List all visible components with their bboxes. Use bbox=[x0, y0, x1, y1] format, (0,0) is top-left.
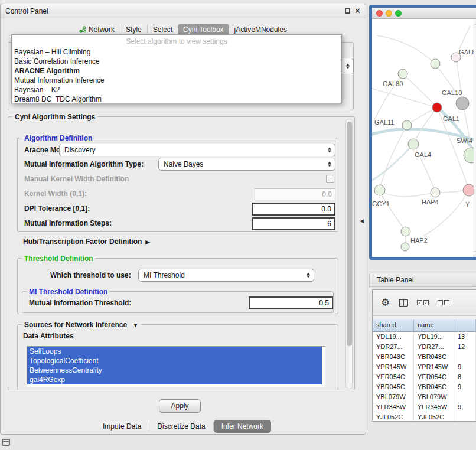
tab-cyni-toolbox[interactable]: Cyni Toolbox bbox=[178, 24, 229, 35]
network-node[interactable] bbox=[432, 103, 442, 112]
network-edge[interactable] bbox=[377, 35, 435, 64]
table-row[interactable]: YJL052CYJL052C bbox=[373, 412, 476, 422]
data-attribute-item[interactable]: SelfLoops bbox=[27, 347, 322, 356]
table-cell[interactable]: 12 bbox=[454, 342, 476, 352]
table-cell[interactable]: 8. bbox=[454, 372, 476, 382]
network-edge[interactable] bbox=[380, 125, 407, 190]
tab-style[interactable]: Style bbox=[120, 24, 147, 35]
network-edge[interactable] bbox=[415, 190, 469, 241]
network-edge[interactable] bbox=[407, 107, 437, 125]
window-minimize-button[interactable] bbox=[386, 10, 392, 17]
table-cell[interactable]: YBL079W bbox=[373, 392, 414, 402]
algorithm-option[interactable]: Bayesian – Hill Climbing bbox=[12, 47, 341, 57]
network-node[interactable] bbox=[398, 69, 407, 79]
table-cell[interactable]: YPR145W bbox=[414, 362, 454, 372]
network-edge[interactable] bbox=[456, 57, 462, 103]
network-window-titlebar[interactable] bbox=[372, 8, 476, 19]
deselect-all-icon[interactable] bbox=[438, 300, 449, 305]
tab-impute-data[interactable]: Impute Data bbox=[95, 420, 149, 433]
network-edge[interactable] bbox=[380, 190, 435, 197]
table-cell[interactable]: 9. bbox=[454, 402, 476, 412]
network-node[interactable] bbox=[401, 227, 410, 236]
data-attribute-item[interactable]: BetweennessCentrality bbox=[27, 366, 322, 375]
tab-select[interactable]: Select bbox=[148, 24, 178, 35]
table-cell[interactable]: 9. bbox=[454, 382, 476, 392]
aracne-mode-combo[interactable]: Discovery bbox=[59, 144, 335, 156]
network-edge[interactable] bbox=[413, 107, 437, 144]
column-header-clipped[interactable] bbox=[454, 319, 476, 332]
tab-infer-network[interactable]: Infer Network bbox=[214, 420, 271, 433]
window-zoom-button[interactable] bbox=[395, 10, 402, 17]
algorithm-option[interactable]: Basic Correlation Inference bbox=[12, 57, 341, 66]
tab-discretize-data[interactable]: Discretize Data bbox=[149, 420, 213, 433]
column-header-name[interactable]: name bbox=[414, 319, 454, 332]
table-cell[interactable]: YBR045C bbox=[373, 382, 414, 392]
table-cell[interactable]: YLR345W bbox=[373, 402, 414, 412]
data-attribute-item[interactable]: TopologicalCoefficient bbox=[27, 356, 322, 366]
panel-collapse-arrow[interactable]: ◀ bbox=[360, 218, 364, 224]
hub-section-toggle[interactable]: Hub/Transcription Factor Definition▶ bbox=[23, 236, 150, 248]
table-cell[interactable]: 9. bbox=[454, 362, 476, 372]
table-cell[interactable] bbox=[454, 392, 476, 402]
close-icon[interactable]: ✕ bbox=[354, 4, 361, 18]
tab-jactivemnodules[interactable]: jActiveMNodules bbox=[229, 24, 292, 35]
algorithm-option[interactable]: ARACNE Algorithm bbox=[12, 66, 341, 76]
kernel-width-field[interactable] bbox=[255, 188, 335, 200]
tab-network[interactable]: Network bbox=[74, 24, 120, 35]
network-node[interactable] bbox=[431, 59, 440, 69]
settings-scrollbar-thumb[interactable] bbox=[347, 122, 352, 346]
network-node[interactable] bbox=[431, 188, 440, 197]
network-node[interactable] bbox=[402, 120, 412, 130]
table-row[interactable]: YER054CYER054C8. bbox=[373, 372, 476, 382]
apply-button[interactable]: Apply bbox=[159, 399, 201, 413]
network-node[interactable] bbox=[408, 139, 419, 149]
column-header-shared-name[interactable]: shared... bbox=[373, 319, 414, 332]
table-cell[interactable]: YER054C bbox=[373, 372, 414, 382]
network-svg[interactable]: GAL8GAL80GAL10GAL11GAL1SWI4GAL4GCY1HAP4Y… bbox=[372, 19, 476, 257]
table-row[interactable]: YBL079WYBL079W bbox=[373, 392, 476, 402]
mi-steps-field[interactable] bbox=[252, 217, 335, 230]
network-scrollbar[interactable]: ▲ ▼ bbox=[474, 19, 476, 257]
table-row[interactable]: YPR145WYPR145W9. bbox=[373, 362, 476, 372]
table-cell[interactable]: YDL19... bbox=[414, 332, 454, 342]
network-node[interactable] bbox=[401, 243, 409, 251]
algorithm-option[interactable]: Mutual Information Inference bbox=[12, 76, 341, 85]
table-cell[interactable]: YPR145W bbox=[373, 362, 414, 372]
mi-threshold-field[interactable] bbox=[249, 296, 333, 309]
table-row[interactable]: YBR045CYBR045C9. bbox=[373, 382, 476, 392]
network-node[interactable] bbox=[463, 184, 475, 196]
dpi-tolerance-field[interactable] bbox=[252, 203, 335, 216]
sources-section-toggle[interactable]: Sources for Network Inference ▼ bbox=[22, 321, 141, 329]
table-cell[interactable] bbox=[454, 352, 476, 362]
table-cell[interactable]: 13 bbox=[454, 332, 476, 342]
select-all-icon[interactable]: ✓✓ bbox=[417, 300, 429, 305]
mi-type-combo[interactable]: Naive Bayes bbox=[158, 158, 335, 171]
table-row[interactable]: YDR27...YDR27...12 bbox=[373, 342, 476, 352]
table-cell[interactable]: YDL19... bbox=[373, 332, 414, 342]
which-threshold-combo[interactable]: MI Threshold bbox=[138, 269, 314, 282]
data-attribute-item[interactable]: gal4RGexp bbox=[27, 375, 322, 384]
network-edge[interactable] bbox=[372, 144, 413, 183]
network-canvas[interactable]: GAL8GAL80GAL10GAL11GAL1SWI4GAL4GCY1HAP4Y… bbox=[372, 19, 476, 257]
table-cell[interactable]: YLR345W bbox=[414, 402, 454, 412]
table-row[interactable]: YBR043CYBR043C bbox=[373, 352, 476, 362]
algorithm-option[interactable]: Bayesian – K2 bbox=[12, 85, 341, 94]
table-cell[interactable]: YJL052C bbox=[414, 412, 454, 422]
network-node[interactable] bbox=[456, 97, 469, 110]
table-cell[interactable]: YDR27... bbox=[414, 342, 454, 352]
table-cell[interactable] bbox=[454, 412, 476, 422]
window-close-button[interactable] bbox=[376, 10, 383, 17]
table-cell[interactable]: YER054C bbox=[414, 372, 454, 382]
table-cell[interactable]: YBR045C bbox=[414, 382, 454, 392]
table-row[interactable]: YLR345WYLR345W9. bbox=[373, 402, 476, 412]
manual-kernel-checkbox[interactable] bbox=[326, 175, 334, 183]
table-cell[interactable]: YDR27... bbox=[373, 342, 414, 352]
column-settings-icon[interactable] bbox=[399, 299, 408, 307]
gear-icon[interactable]: ⚙ bbox=[381, 298, 390, 308]
table-row[interactable]: YDL19...YDL19...13 bbox=[373, 332, 476, 342]
network-edge[interactable] bbox=[435, 64, 462, 103]
float-window-icon[interactable] bbox=[345, 8, 350, 14]
expand-down-icon[interactable]: ▼ bbox=[132, 322, 138, 328]
algorithm-placeholder[interactable]: Select algorithm to view settings bbox=[12, 35, 341, 47]
table-cell[interactable]: YJL052C bbox=[373, 412, 414, 422]
